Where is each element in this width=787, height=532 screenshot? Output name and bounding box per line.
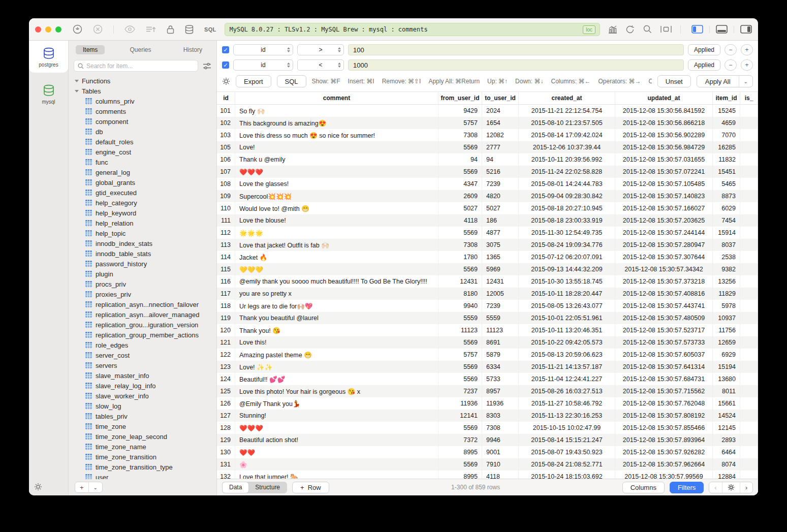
sidebar-table-help_relation[interactable]: help_relation: [74, 218, 216, 228]
cell-created_at[interactable]: 2015-11-04 12:24:41.227: [519, 373, 615, 385]
cell-to_user_id[interactable]: 6334: [482, 361, 519, 373]
connection-icon[interactable]: [73, 24, 82, 34]
tab-items[interactable]: Items: [76, 45, 105, 54]
cell-id[interactable]: 105: [217, 141, 235, 153]
cell-item_id[interactable]: 2893: [713, 434, 740, 446]
cell-to_user_id[interactable]: 12005: [482, 288, 519, 300]
cell-comment[interactable]: Thank you! 😘: [235, 324, 438, 336]
cell-is_[interactable]: [740, 251, 758, 263]
cell-is_[interactable]: [740, 312, 758, 324]
cell-id[interactable]: 122: [217, 349, 235, 361]
table-row[interactable]: 131🌸556979102015-08-24 21:08:52.7712015-…: [217, 458, 758, 471]
table-row[interactable]: 125Love this photo! Your hair is gorgeou…: [217, 385, 758, 397]
cell-item_id[interactable]: 6464: [713, 446, 740, 458]
cell-to_user_id[interactable]: 9001: [482, 446, 519, 458]
sidebar-table-proxies_priv[interactable]: proxies_priv: [74, 289, 216, 299]
columns-button[interactable]: Columns: [622, 482, 665, 493]
cell-to_user_id[interactable]: 8957: [482, 385, 519, 397]
remove-filter-button[interactable]: −: [725, 44, 737, 55]
sidebar-table-time_zone_transition[interactable]: time_zone_transition: [74, 452, 216, 462]
cell-is_[interactable]: [740, 178, 758, 190]
table-row[interactable]: 123Love! ✨✨556963342015-11-21 14:13:57.1…: [217, 361, 758, 373]
cell-comment[interactable]: you are so pretty x: [235, 288, 438, 300]
cell-updated_at[interactable]: 2015-12-08 15:30:57.808192: [615, 410, 713, 422]
cell-created_at[interactable]: 2015-08-14 17:09:42.024: [519, 129, 615, 141]
cell-created_at[interactable]: 2015-10-30 13:55:18.745: [519, 275, 615, 288]
cell-to_user_id[interactable]: 9946: [482, 434, 519, 446]
cell-updated_at[interactable]: 2015-12-08 15:30:57.166027: [615, 202, 713, 214]
minimize-window-button[interactable]: [45, 26, 51, 33]
cell-id[interactable]: 120: [217, 324, 235, 336]
toggle-bottom-panel-icon[interactable]: [716, 25, 728, 34]
cell-is_[interactable]: [740, 410, 758, 422]
cell-item_id[interactable]: 11829: [713, 288, 740, 300]
table-row[interactable]: 101So fly 🙌🏻942920242015-11-21 22:12:54.…: [217, 105, 758, 117]
cell-item_id[interactable]: 11832: [713, 153, 740, 166]
filter-column-select[interactable]: id: [233, 59, 293, 71]
cell-id[interactable]: 116: [217, 275, 235, 288]
settings-gear-icon[interactable]: [34, 483, 42, 491]
cell-from_user_id[interactable]: 5569: [438, 336, 482, 349]
cell-id[interactable]: 103: [217, 129, 235, 141]
cell-created_at[interactable]: 2015-08-01 14:24:44.783: [519, 178, 615, 190]
cell-from_user_id[interactable]: 12431: [438, 275, 482, 288]
add-filter-button[interactable]: +: [741, 59, 753, 71]
cell-from_user_id[interactable]: 4347: [438, 178, 482, 190]
table-row[interactable]: 121Love this!556986912015-10-22 09:42:05…: [217, 336, 758, 349]
chevron-down-icon[interactable]: ⌄: [88, 482, 102, 492]
cell-from_user_id[interactable]: 7237: [438, 385, 482, 397]
search-input[interactable]: Search for item...: [74, 60, 198, 72]
sidebar-table-help_category[interactable]: help_category: [74, 198, 216, 208]
table-row[interactable]: 127Stunning!1214183032015-11-13 22:30:16…: [217, 410, 758, 422]
cell-to_user_id[interactable]: 5027: [482, 202, 519, 214]
cell-item_id[interactable]: 7454: [713, 214, 740, 227]
cell-item_id[interactable]: 15661: [713, 397, 740, 410]
table-row[interactable]: 130❤️❤️899590012015-08-07 19:43:50.92320…: [217, 446, 758, 458]
table-row[interactable]: 112🌟🌟🌟556948772015-11-30 12:54:49.735201…: [217, 227, 758, 239]
cell-item_id[interactable]: 15451: [713, 166, 740, 178]
cell-to_user_id[interactable]: 7239: [482, 300, 519, 312]
sidebar-table-plugin[interactable]: plugin: [74, 269, 216, 279]
cell-created_at[interactable]: 2015-10-15 10:02:47.99: [519, 422, 615, 434]
table-row[interactable]: 119Thank you beautiful @laurel5559555920…: [217, 312, 758, 324]
plus-icon[interactable]: +: [75, 482, 88, 492]
sidebar-table-global_grants[interactable]: global_grants: [74, 177, 216, 187]
cell-is_[interactable]: [740, 190, 758, 202]
cell-updated_at[interactable]: 2015-12-08 15:30:56.866218: [615, 117, 713, 129]
cell-updated_at[interactable]: 2015-12-08 15:30:56.984729: [615, 141, 713, 153]
toggle-right-panel-icon[interactable]: [740, 25, 752, 34]
cell-updated_at[interactable]: 2015-12-08 15:30:57.605037: [615, 349, 713, 361]
sidebar-table-default_roles[interactable]: default_roles: [74, 137, 216, 147]
filter-column-select[interactable]: id: [233, 44, 293, 55]
table-row[interactable]: 114Jacket 🔥178013652015-07-12 06:20:07.0…: [217, 251, 758, 263]
cell-item_id[interactable]: 9382: [713, 263, 740, 275]
table-row[interactable]: 107❤️❤️❤️556952162015-11-24 22:02:58.828…: [217, 166, 758, 178]
cell-id[interactable]: 126: [217, 397, 235, 410]
filter-sliders-icon[interactable]: [203, 62, 211, 70]
cell-item_id[interactable]: 7070: [713, 129, 740, 141]
lock-icon[interactable]: [167, 25, 174, 34]
cell-created_at[interactable]: 2015-11-21 22:12:54.754: [519, 105, 615, 117]
cell-id[interactable]: 101: [217, 105, 235, 117]
cell-item_id[interactable]: 6929: [713, 349, 740, 361]
cell-item_id[interactable]: 12659: [713, 336, 740, 349]
cell-id[interactable]: 110: [217, 202, 235, 214]
table-row[interactable]: 108Love the glasses!434772392015-08-01 1…: [217, 178, 758, 190]
cell-id[interactable]: 127: [217, 410, 235, 422]
cell-from_user_id[interactable]: 8995: [438, 446, 482, 458]
cell-comment[interactable]: Beautiful!! 💕💕: [235, 373, 438, 385]
cell-is_[interactable]: [740, 275, 758, 288]
cell-updated_at[interactable]: 2015-12-08 15:30:56.902289: [615, 129, 713, 141]
unset-button[interactable]: Unset: [657, 75, 691, 87]
cell-from_user_id[interactable]: 5569: [438, 227, 482, 239]
sidebar-table-innodb_table_stats[interactable]: innodb_table_stats: [74, 248, 216, 259]
cell-item_id[interactable]: 15194: [713, 361, 740, 373]
sidebar-table-replication_grou...iguration_version[interactable]: replication_grou...iguration_version: [74, 320, 216, 330]
filter-checkbox[interactable]: ✓: [222, 61, 229, 69]
cell-updated_at[interactable]: 2015-12-08 15:30:57.34342: [615, 263, 713, 275]
cell-is_[interactable]: [740, 446, 758, 458]
cell-item_id[interactable]: 11756: [713, 324, 740, 336]
cell-to_user_id[interactable]: 7239: [482, 178, 519, 190]
filter-settings-gear-icon[interactable]: [222, 77, 230, 85]
sidebar-table-replication_group_member_actions[interactable]: replication_group_member_actions: [74, 330, 216, 340]
